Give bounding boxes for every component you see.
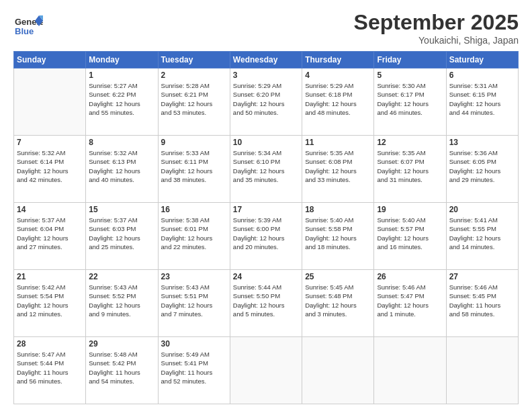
day-number: 6 xyxy=(449,71,515,80)
cell-line: Daylight: 12 hours xyxy=(161,167,227,175)
cell-line: and 50 minutes. xyxy=(233,108,299,117)
day-cell: 1Sunrise: 5:27 AMSunset: 6:22 PMDaylight… xyxy=(86,68,158,136)
cell-line: and 16 minutes. xyxy=(377,242,443,251)
cell-line: Sunrise: 5:31 AM xyxy=(449,81,515,90)
day-number: 26 xyxy=(377,272,443,281)
day-cell: 2Sunrise: 5:28 AMSunset: 6:21 PMDaylight… xyxy=(158,68,230,136)
cell-line: Daylight: 11 hours xyxy=(89,368,154,377)
day-cell: 16Sunrise: 5:38 AMSunset: 6:01 PMDayligh… xyxy=(158,203,230,270)
day-number: 10 xyxy=(233,138,299,147)
day-cell: 26Sunrise: 5:46 AMSunset: 5:47 PMDayligh… xyxy=(374,270,446,337)
cell-line: Sunrise: 5:37 AM xyxy=(89,216,154,224)
week-row-4: 28Sunrise: 5:47 AMSunset: 5:44 PMDayligh… xyxy=(14,337,519,404)
col-header-monday: Monday xyxy=(86,52,158,68)
day-cell: 15Sunrise: 5:37 AMSunset: 6:03 PMDayligh… xyxy=(86,203,158,270)
day-number: 3 xyxy=(233,71,299,80)
cell-line: Sunrise: 5:27 AM xyxy=(89,81,154,90)
day-number: 24 xyxy=(233,272,299,281)
day-cell xyxy=(446,337,518,404)
day-number: 30 xyxy=(161,339,227,349)
day-cell: 30Sunrise: 5:49 AMSunset: 5:41 PMDayligh… xyxy=(158,337,230,404)
cell-line: Daylight: 12 hours xyxy=(17,234,83,242)
cell-line: Sunset: 5:58 PM xyxy=(305,224,371,233)
cell-line: and 1 minute. xyxy=(377,310,443,318)
calendar-page: General Blue September 2025 Youkaichi, S… xyxy=(0,0,532,411)
cell-line: Daylight: 12 hours xyxy=(377,301,443,310)
cell-line: Sunset: 6:15 PM xyxy=(449,90,515,99)
day-cell xyxy=(374,337,446,404)
day-number: 22 xyxy=(89,272,154,281)
cell-line: Daylight: 12 hours xyxy=(161,99,227,108)
day-number: 21 xyxy=(17,272,83,281)
day-cell: 24Sunrise: 5:44 AMSunset: 5:50 PMDayligh… xyxy=(230,270,302,337)
cell-line: and 12 minutes. xyxy=(17,310,83,318)
cell-line: Sunrise: 5:36 AM xyxy=(449,148,515,157)
cell-line: Sunrise: 5:28 AM xyxy=(161,81,227,90)
day-cell: 25Sunrise: 5:45 AMSunset: 5:48 PMDayligh… xyxy=(302,270,374,337)
day-cell: 20Sunrise: 5:41 AMSunset: 5:55 PMDayligh… xyxy=(446,203,518,270)
cell-line: Sunrise: 5:30 AM xyxy=(377,81,443,90)
cell-line: Sunrise: 5:38 AM xyxy=(161,216,227,224)
day-cell: 18Sunrise: 5:40 AMSunset: 5:58 PMDayligh… xyxy=(302,203,374,270)
day-cell: 7Sunrise: 5:32 AMSunset: 6:14 PMDaylight… xyxy=(14,136,86,203)
cell-line: Sunset: 6:13 PM xyxy=(89,157,154,166)
cell-line: and 25 minutes. xyxy=(89,242,154,251)
cell-line: Sunset: 5:51 PM xyxy=(161,291,227,300)
cell-line: Sunrise: 5:48 AM xyxy=(89,350,154,359)
cell-line: and 42 minutes. xyxy=(17,175,83,184)
cell-line: and 5 minutes. xyxy=(233,310,299,318)
cell-line: Sunset: 5:47 PM xyxy=(377,291,443,300)
cell-line: Sunset: 6:20 PM xyxy=(233,90,299,99)
cell-line: and 29 minutes. xyxy=(449,175,515,184)
cell-line: Daylight: 12 hours xyxy=(305,301,371,310)
day-number: 8 xyxy=(89,138,154,147)
day-number: 13 xyxy=(449,138,515,147)
cell-line: Daylight: 12 hours xyxy=(17,167,83,175)
cell-line: Sunset: 5:55 PM xyxy=(449,224,515,233)
cell-line: Daylight: 12 hours xyxy=(233,301,299,310)
cell-line: Sunrise: 5:44 AM xyxy=(233,283,299,291)
month-title: September 2025 xyxy=(354,10,519,35)
cell-line: Daylight: 11 hours xyxy=(449,301,515,310)
cell-line: Sunrise: 5:46 AM xyxy=(377,283,443,291)
cell-line: and 35 minutes. xyxy=(233,175,299,184)
cell-line: Daylight: 12 hours xyxy=(89,99,154,108)
cell-line: and 14 minutes. xyxy=(449,242,515,251)
cell-line: Daylight: 12 hours xyxy=(161,234,227,242)
cell-line: Sunrise: 5:43 AM xyxy=(89,283,154,291)
cell-line: Sunset: 6:11 PM xyxy=(161,157,227,166)
day-number: 27 xyxy=(449,272,515,281)
week-row-2: 14Sunrise: 5:37 AMSunset: 6:04 PMDayligh… xyxy=(14,203,519,270)
cell-line: Sunset: 5:48 PM xyxy=(305,291,371,300)
cell-line: Sunrise: 5:35 AM xyxy=(377,148,443,157)
cell-line: and 20 minutes. xyxy=(233,242,299,251)
cell-line: Sunset: 5:45 PM xyxy=(449,291,515,300)
day-number: 15 xyxy=(89,205,154,214)
cell-line: Sunrise: 5:45 AM xyxy=(305,283,371,291)
cell-line: and 56 minutes. xyxy=(17,377,83,385)
day-cell: 10Sunrise: 5:34 AMSunset: 6:10 PMDayligh… xyxy=(230,136,302,203)
cell-line: Daylight: 12 hours xyxy=(377,167,443,175)
cell-line: and 7 minutes. xyxy=(161,310,227,318)
day-cell: 27Sunrise: 5:46 AMSunset: 5:45 PMDayligh… xyxy=(446,270,518,337)
svg-text:Blue: Blue xyxy=(15,26,34,36)
cell-line: and 40 minutes. xyxy=(89,175,154,184)
logo: General Blue xyxy=(13,10,43,40)
day-cell: 13Sunrise: 5:36 AMSunset: 6:05 PMDayligh… xyxy=(446,136,518,203)
cell-line: Sunrise: 5:32 AM xyxy=(17,148,83,157)
cell-line: Sunrise: 5:37 AM xyxy=(17,216,83,224)
cell-line: Daylight: 12 hours xyxy=(89,234,154,242)
cell-line: Sunrise: 5:46 AM xyxy=(449,283,515,291)
day-cell: 3Sunrise: 5:29 AMSunset: 6:20 PMDaylight… xyxy=(230,68,302,136)
cell-line: Daylight: 12 hours xyxy=(449,167,515,175)
cell-line: Sunset: 5:54 PM xyxy=(17,291,83,300)
cell-line: Sunrise: 5:34 AM xyxy=(233,148,299,157)
day-number: 1 xyxy=(89,71,154,80)
cell-line: and 48 minutes. xyxy=(305,108,371,117)
cell-line: Sunrise: 5:29 AM xyxy=(305,81,371,90)
cell-line: Sunset: 5:44 PM xyxy=(17,359,83,367)
day-cell: 8Sunrise: 5:32 AMSunset: 6:13 PMDaylight… xyxy=(86,136,158,203)
cell-line: and 27 minutes. xyxy=(17,242,83,251)
week-row-3: 21Sunrise: 5:42 AMSunset: 5:54 PMDayligh… xyxy=(14,270,519,337)
day-number: 12 xyxy=(377,138,443,147)
